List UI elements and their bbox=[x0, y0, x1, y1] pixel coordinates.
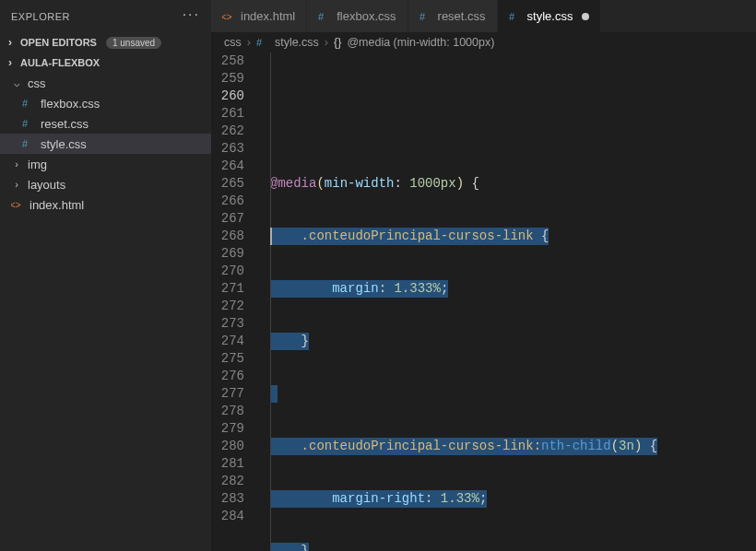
line-number: 274 bbox=[211, 333, 244, 350]
line-number: 260 bbox=[211, 88, 244, 105]
chevron-right-icon: › bbox=[4, 36, 17, 49]
tab-reset[interactable]: # reset.css bbox=[408, 0, 498, 32]
line-number: 264 bbox=[211, 158, 244, 175]
svg-text:<>: <> bbox=[222, 12, 232, 22]
project-label: AULA-FLEXBOX bbox=[20, 57, 100, 68]
tab-bar: <> index.html # flexbox.css # reset.css … bbox=[211, 0, 756, 32]
line-number: 267 bbox=[211, 210, 244, 228]
chevron-right-icon: › bbox=[325, 36, 328, 49]
css-file-icon: # bbox=[256, 36, 269, 49]
line-number: 276 bbox=[211, 368, 244, 385]
folder-label: layouts bbox=[28, 178, 65, 192]
file-label: flexbox.css bbox=[41, 97, 100, 111]
tab-index[interactable]: <> index.html bbox=[211, 0, 307, 32]
line-number: 280 bbox=[211, 438, 244, 455]
tab-label: flexbox.css bbox=[337, 9, 396, 23]
line-number: 277 bbox=[211, 385, 244, 403]
file-label: reset.css bbox=[41, 117, 89, 131]
css-file-icon: # bbox=[509, 10, 522, 23]
css-file-icon: # bbox=[22, 137, 35, 150]
svg-text:#: # bbox=[419, 11, 426, 22]
line-number: 270 bbox=[211, 263, 244, 280]
svg-text:#: # bbox=[318, 11, 325, 22]
tree-folder-css[interactable]: ⌵ css bbox=[0, 73, 211, 93]
text-cursor bbox=[270, 228, 272, 245]
indent-guide bbox=[270, 53, 271, 551]
line-number: 281 bbox=[211, 455, 244, 473]
explorer-title: EXPLORER bbox=[11, 11, 70, 22]
line-number: 263 bbox=[211, 140, 244, 158]
file-label: index.html bbox=[30, 198, 84, 212]
line-number: 283 bbox=[211, 490, 244, 508]
svg-text:#: # bbox=[22, 118, 29, 129]
line-number: 272 bbox=[211, 298, 244, 315]
line-number: 278 bbox=[211, 403, 244, 420]
tab-label: reset.css bbox=[438, 9, 486, 23]
chevron-right-icon: › bbox=[11, 158, 22, 170]
braces-icon: {} bbox=[334, 36, 341, 49]
html-file-icon: <> bbox=[11, 198, 24, 211]
css-file-icon: # bbox=[22, 117, 35, 130]
line-number: 273 bbox=[211, 315, 244, 333]
tab-flexbox[interactable]: # flexbox.css bbox=[307, 0, 408, 32]
svg-text:<>: <> bbox=[11, 200, 21, 210]
breadcrumb[interactable]: css › # style.css › {} @media (min-width… bbox=[211, 32, 756, 53]
more-actions-icon[interactable]: ··· bbox=[183, 6, 200, 27]
explorer-sidebar: EXPLORER ··· › OPEN EDITORS 1 unsaved › … bbox=[0, 0, 211, 551]
tree-folder-layouts[interactable]: › layouts bbox=[0, 174, 211, 194]
css-file-icon: # bbox=[22, 97, 35, 110]
css-file-icon: # bbox=[318, 10, 331, 23]
line-number: 275 bbox=[211, 350, 244, 368]
svg-text:#: # bbox=[256, 37, 263, 48]
chevron-right-icon: › bbox=[4, 56, 17, 69]
line-number: 268 bbox=[211, 228, 244, 245]
html-file-icon: <> bbox=[222, 10, 235, 23]
chevron-right-icon: › bbox=[11, 179, 22, 190]
svg-text:#: # bbox=[509, 11, 515, 22]
line-number: 265 bbox=[211, 175, 244, 193]
dirty-indicator-icon bbox=[582, 13, 589, 20]
chevron-down-icon: ⌵ bbox=[11, 77, 22, 89]
line-number: 284 bbox=[211, 508, 244, 525]
line-number: 266 bbox=[211, 193, 244, 210]
tab-label: index.html bbox=[241, 9, 295, 23]
line-number: 262 bbox=[211, 123, 244, 140]
tree-folder-img[interactable]: › img bbox=[0, 154, 211, 174]
breadcrumb-segment[interactable]: css bbox=[224, 36, 242, 49]
line-number: 271 bbox=[211, 280, 244, 298]
line-number: 261 bbox=[211, 105, 244, 123]
tree-file-index[interactable]: <> index.html bbox=[0, 194, 211, 215]
tab-label: style.css bbox=[527, 9, 573, 23]
line-number: 269 bbox=[211, 245, 244, 263]
code-content[interactable]: @media(min-width: 1000px) { .conteudoPri… bbox=[263, 53, 756, 551]
line-number: 282 bbox=[211, 473, 244, 490]
css-file-icon: # bbox=[419, 10, 432, 23]
folder-label: img bbox=[28, 158, 47, 171]
breadcrumb-segment[interactable]: @media (min-width: 1000px) bbox=[347, 36, 494, 49]
open-editors-section[interactable]: › OPEN EDITORS 1 unsaved bbox=[0, 32, 211, 53]
tree-file-reset[interactable]: # reset.css bbox=[0, 113, 211, 134]
breadcrumb-segment[interactable]: style.css bbox=[275, 36, 319, 49]
svg-text:#: # bbox=[22, 138, 29, 149]
project-section[interactable]: › AULA-FLEXBOX bbox=[0, 53, 211, 73]
unsaved-badge: 1 unsaved bbox=[106, 37, 161, 49]
chevron-right-icon: › bbox=[247, 36, 251, 49]
line-number: 279 bbox=[211, 420, 244, 438]
line-number: 259 bbox=[211, 70, 244, 88]
explorer-header: EXPLORER ··· bbox=[0, 0, 211, 32]
folder-label: css bbox=[28, 76, 46, 90]
editor-group: <> index.html # flexbox.css # reset.css … bbox=[211, 0, 756, 551]
code-editor[interactable]: 2582592602612622632642652662672682692702… bbox=[211, 53, 756, 551]
svg-text:#: # bbox=[22, 98, 29, 109]
line-number-gutter: 2582592602612622632642652662672682692702… bbox=[211, 53, 263, 551]
tree-file-style[interactable]: # style.css bbox=[0, 134, 211, 154]
tree-file-flexbox[interactable]: # flexbox.css bbox=[0, 93, 211, 113]
file-label: style.css bbox=[41, 137, 87, 151]
tab-style[interactable]: # style.css bbox=[498, 0, 602, 32]
open-editors-label: OPEN EDITORS bbox=[20, 37, 97, 48]
line-number: 258 bbox=[211, 53, 244, 70]
